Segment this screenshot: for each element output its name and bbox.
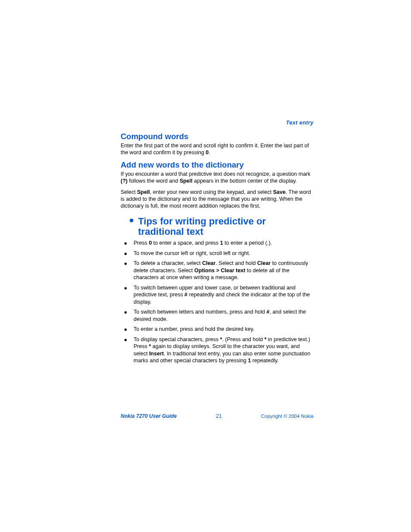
text: to enter a space, and press [152,240,220,246]
text: . (Press and hold [222,336,265,342]
list-item: To switch between upper and lower case, … [121,284,314,306]
text: To delete a character, select [134,260,202,266]
list-item: To delete a character, select Clear. Sel… [121,260,314,281]
bullet-icon: • [129,216,134,225]
insert-label: Insert [149,351,164,357]
text: To display special characters, press [134,336,220,342]
options-clear-text: Options > Clear text [194,268,245,274]
text: To move the cursor left or right, scroll… [134,250,250,256]
running-header: Text entry [286,120,314,126]
text: repeatedly. [251,358,278,364]
footer-guide-title: Nokia 7270 User Guide [121,413,177,419]
addwords-paragraph-1: If you encounter a word that predictive … [121,171,314,184]
heading-compound-words: Compound words [121,132,314,141]
text: . Select and hold [215,260,257,266]
text: If you encounter a word that predictive … [121,171,311,177]
text: Press [134,240,149,246]
text: appears in the bottom center of the disp… [193,178,297,184]
spell-label: Spell [180,178,193,184]
page-content: Compound words Enter the first part of t… [121,130,314,367]
key-1: 1 [220,240,223,246]
list-item: To enter a number, press and hold the de… [121,326,314,333]
text: , enter your new word using the keypad, … [150,189,273,195]
footer-page-number: 21 [216,413,222,419]
text: To switch between letters and numbers, p… [134,309,267,315]
text: Select [121,189,137,195]
footer-copyright: Copyright © 2004 Nokia [261,414,314,419]
save-label: Save [273,189,286,195]
heading-add-words: Add new words to the dictionary [121,160,314,170]
compound-paragraph: Enter the first part of the word and scr… [121,142,314,156]
list-item: Press 0 to enter a space, and press 1 to… [121,240,314,247]
heading-tips: • Tips for writing predictive or traditi… [129,216,314,237]
clear-label: Clear [257,260,271,266]
text: To enter a number, press and hold the de… [134,326,255,332]
question-mark: (?) [121,178,128,184]
spell-label: Spell [137,189,150,195]
page-footer: Nokia 7270 User Guide 21 Copyright © 200… [121,413,314,419]
document-page: Text entry Compound words Enter the firs… [0,0,411,532]
text: Enter the first part of the word and scr… [121,143,309,156]
list-item: To display special characters, press *. … [121,336,314,364]
list-item: To switch between letters and numbers, p… [121,308,314,323]
heading-tips-title: Tips for writing predictive or tradition… [138,216,314,237]
text: . [209,149,210,156]
clear-label: Clear [202,260,215,266]
tips-list: Press 0 to enter a space, and press 1 to… [121,240,314,364]
text: follows the word and [128,178,180,184]
addwords-paragraph-2: Select Spell, enter your new word using … [121,189,314,209]
list-item: To move the cursor left or right, scroll… [121,250,314,257]
text: to enter a period (.). [223,240,272,246]
